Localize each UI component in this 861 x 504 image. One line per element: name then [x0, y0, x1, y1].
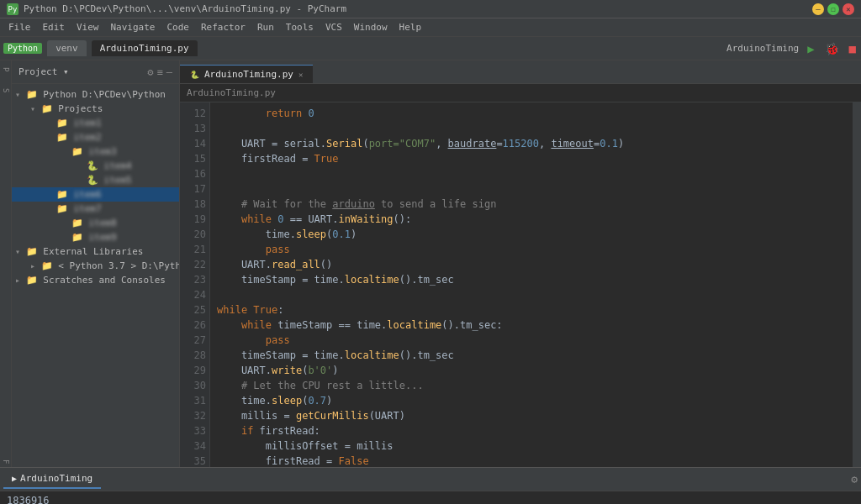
- project-tree: ▾ 📁 Python D:\PCDev\Python ▾ 📁 Projects …: [12, 84, 179, 467]
- menubar: FileEditViewNavigateCodeRefactorRunTools…: [0, 18, 861, 37]
- code-line: time.sleep(0.1): [217, 227, 846, 242]
- tree-item[interactable]: ▸ 📁 Scratches and Consoles: [12, 273, 179, 287]
- menu-navigate[interactable]: Navigate: [106, 20, 161, 34]
- python-file-icon: 🐍: [190, 71, 199, 79]
- code-line: [217, 166, 846, 181]
- menu-edit[interactable]: Edit: [38, 20, 71, 34]
- menu-tools[interactable]: Tools: [281, 20, 319, 34]
- maximize-button[interactable]: ☐: [827, 3, 839, 15]
- tree-item[interactable]: 🐍 item5: [12, 173, 179, 187]
- layout-icon[interactable]: ≡: [157, 66, 163, 78]
- close-button[interactable]: ✕: [843, 3, 854, 15]
- python-badge: Python: [3, 43, 42, 54]
- venv-label: venv: [55, 43, 78, 54]
- code-line: millisOffset = millis: [217, 438, 846, 454]
- sidebar-strip: P S F: [0, 60, 12, 467]
- code-line: timeStamp = time.localtime().tm_sec: [217, 348, 846, 363]
- menu-vcs[interactable]: VCS: [320, 20, 347, 34]
- bottom-tabs: ▶ ArduinoTiming ⚙: [0, 468, 861, 491]
- code-line: UART.read_all(): [217, 257, 846, 272]
- menu-help[interactable]: Help: [394, 20, 427, 34]
- code-line: [217, 121, 846, 136]
- tree-item[interactable]: ▾ 📁 Python D:\PCDev\Python: [12, 87, 179, 102]
- gear-icon[interactable]: ⚙: [147, 66, 153, 78]
- tree-item[interactable]: ▸ 📁 < Python 3.7 > D:\Python37-32: [12, 259, 179, 273]
- line-numbers: 1213141516171819202122232425262728293031…: [180, 102, 210, 467]
- code-line: return 0: [217, 106, 846, 121]
- structure-sidebar-tab[interactable]: S: [0, 85, 12, 96]
- code-line: UART.write(b'0'): [217, 363, 846, 378]
- code-line: # Let the CPU rest a little...: [217, 378, 846, 393]
- code-line: ◦ while 0 == UART.inWaiting():: [217, 212, 846, 227]
- run-tab-icon: ▶: [12, 474, 17, 483]
- code-line: firstRead = True: [217, 151, 846, 166]
- code-line: [217, 181, 846, 197]
- tree-item[interactable]: 🐍 item4: [12, 159, 179, 173]
- scrollbar-right[interactable]: [853, 102, 861, 467]
- code-line: ◦while True:: [217, 302, 846, 318]
- code-line: time.sleep(0.7): [217, 393, 846, 408]
- code-area[interactable]: 1213141516171819202122232425262728293031…: [180, 102, 861, 467]
- run-button[interactable]: ▶: [806, 40, 816, 57]
- tree-item[interactable]: 📁 item8: [12, 216, 179, 230]
- output-line: 1836916: [7, 493, 854, 504]
- code-line: firstRead = False: [217, 454, 846, 467]
- debug-button[interactable]: 🐞: [823, 40, 841, 57]
- code-content[interactable]: return 0 ◦ UART = serial.Serial(port="CO…: [210, 102, 853, 467]
- run-config-label: ArduinoTiming: [726, 43, 799, 54]
- breadcrumb-file: ArduinoTiming.py: [187, 87, 276, 98]
- editor-tab-arduinotiming[interactable]: 🐍 ArduinoTiming.py ✕: [180, 65, 313, 83]
- tree-item[interactable]: 📁 item2: [12, 130, 179, 144]
- file-tab[interactable]: ArduinoTiming.py: [92, 40, 198, 56]
- code-line: # Wait for the arduino to send a life si…: [217, 197, 846, 212]
- tree-item[interactable]: 📁 item7: [12, 202, 179, 216]
- project-panel-icons: ⚙ ≡ —: [147, 66, 172, 78]
- collapse-icon[interactable]: —: [166, 66, 172, 78]
- venv-tab[interactable]: venv: [47, 40, 87, 56]
- window-title: Python D:\PCDev\Python\...\venv\ArduinoT…: [24, 3, 346, 14]
- stop-button[interactable]: ■: [848, 40, 858, 57]
- app-icon: Py: [7, 3, 18, 15]
- menu-run[interactable]: Run: [252, 20, 279, 34]
- tree-item[interactable]: 📁 item3: [12, 144, 179, 159]
- editor: 🐍 ArduinoTiming.py ✕ ArduinoTiming.py 12…: [180, 60, 861, 467]
- breadcrumb: ArduinoTiming.py: [180, 84, 861, 102]
- editor-tab-close[interactable]: ✕: [298, 71, 303, 79]
- editor-tab-label: ArduinoTiming.py: [204, 69, 293, 80]
- tree-item[interactable]: ▾ 📁 Projects: [12, 102, 179, 116]
- titlebar: Py Python D:\PCDev\Python\...\venv\Ardui…: [0, 0, 861, 18]
- menu-file[interactable]: File: [3, 20, 36, 34]
- project-panel-header: Project ▾ ⚙ ≡ —: [12, 60, 179, 84]
- toolbar: Python venv ArduinoTiming.py ArduinoTimi…: [0, 37, 861, 60]
- tree-item[interactable]: ▾ 📁 External Libraries: [12, 244, 179, 259]
- main-area: P S F Project ▾ ⚙ ≡ — ▾ 📁 Python D:\PCDe…: [0, 60, 861, 467]
- panel-settings-icon[interactable]: ⚙: [851, 473, 858, 486]
- tree-item[interactable]: 📁 item9: [12, 230, 179, 244]
- code-line: ◦ while timeStamp == time.localtime().tm…: [217, 318, 846, 333]
- menu-code[interactable]: Code: [161, 20, 194, 34]
- bottom-panel: ▶ ArduinoTiming ⚙ 1836916183991918409181…: [0, 467, 861, 504]
- code-line: timeStamp = time.localtime().tm_sec: [217, 272, 846, 287]
- menu-window[interactable]: Window: [349, 20, 393, 34]
- code-line: pass: [217, 333, 846, 348]
- code-line: [217, 287, 846, 302]
- project-sidebar-tab[interactable]: P: [0, 64, 12, 75]
- file-label: ArduinoTiming.py: [100, 43, 189, 54]
- run-tab-label: ArduinoTiming: [20, 473, 92, 484]
- editor-tabs: 🐍 ArduinoTiming.py ✕: [180, 60, 861, 84]
- code-line: ◦ if firstRead:: [217, 423, 846, 438]
- project-panel-title: Project ▾: [18, 66, 69, 77]
- code-line: pass: [217, 242, 846, 257]
- tree-item[interactable]: 📁 item1: [12, 116, 179, 130]
- window-controls: — ☐ ✕: [812, 3, 854, 15]
- run-output: 1836916183991918409181841918184291818439…: [0, 491, 861, 504]
- tree-item[interactable]: 📁 item6: [12, 187, 179, 202]
- minimize-button[interactable]: —: [812, 3, 824, 15]
- code-line: ◦ UART = serial.Serial(port="COM7", baud…: [217, 136, 846, 151]
- menu-refactor[interactable]: Refactor: [196, 20, 251, 34]
- code-line: millis = getCurMillis(UART): [217, 408, 846, 423]
- run-tab[interactable]: ▶ ArduinoTiming: [3, 470, 101, 489]
- favorites-sidebar-tab[interactable]: F: [0, 456, 12, 467]
- project-panel: Project ▾ ⚙ ≡ — ▾ 📁 Python D:\PCDev\Pyth…: [12, 60, 180, 467]
- menu-view[interactable]: View: [71, 20, 104, 34]
